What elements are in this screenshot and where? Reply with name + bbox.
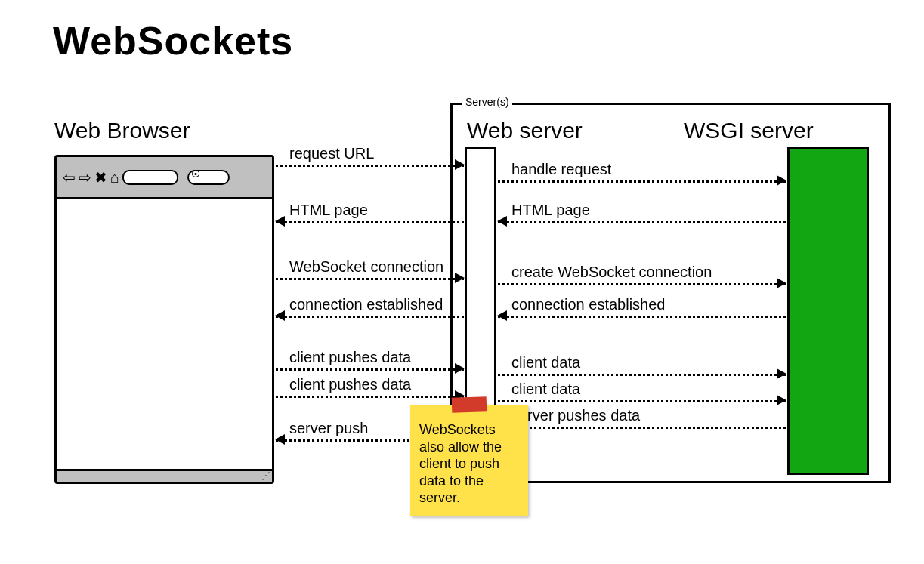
arrow-label: handle request <box>511 161 611 178</box>
home-icon: ⌂ <box>110 170 119 185</box>
search-bar <box>187 170 230 185</box>
arrow-line <box>276 278 464 280</box>
browser-heading: Web Browser <box>54 118 190 143</box>
stop-icon: ✖ <box>94 170 107 185</box>
sticky-note: WebSockets also allow the client to push… <box>410 405 528 516</box>
arrow-label: server pushes data <box>511 407 640 424</box>
arrowhead-right-icon <box>455 273 465 283</box>
arrow-label: WebSocket connection <box>289 258 443 276</box>
arrow-line <box>276 396 464 398</box>
arrowhead-right-icon <box>455 363 465 374</box>
url-bar <box>122 170 178 185</box>
forward-icon: ⇨ <box>79 170 91 185</box>
diagram-stage: WebSockets Web Browser ⇦ ⇨ ✖ ⌂ ⋰ Server(… <box>0 0 924 564</box>
arrowhead-left-icon <box>275 216 285 227</box>
wsgiserver-heading: WSGI server <box>684 118 814 143</box>
arrow-label: client data <box>511 354 580 371</box>
resize-grip-icon: ⋰ <box>261 470 269 481</box>
arrow-label: HTML page <box>511 202 590 219</box>
arrowhead-left-icon <box>497 310 507 321</box>
arrow-line <box>276 221 464 223</box>
wsgiserver-lifeline <box>787 147 869 475</box>
arrow-line <box>498 427 786 429</box>
arrowhead-left-icon <box>497 216 507 227</box>
arrowhead-right-icon <box>777 395 786 405</box>
browser-toolbar: ⇦ ⇨ ✖ ⌂ <box>57 157 272 199</box>
server-group-label: Server(s) <box>462 96 512 108</box>
arrowhead-right-icon <box>455 159 465 170</box>
arrowhead-right-icon <box>777 278 786 288</box>
arrow-label: client pushes data <box>289 349 411 366</box>
arrow-line <box>276 165 464 167</box>
arrow-line <box>498 316 786 318</box>
arrow-line <box>498 283 786 285</box>
arrow-label: connection established <box>511 296 665 313</box>
tape-icon <box>452 396 487 413</box>
arrow-line <box>498 400 786 402</box>
arrow-line <box>498 221 786 223</box>
arrowhead-right-icon <box>777 175 786 186</box>
arrowhead-left-icon <box>275 434 285 445</box>
browser-statusbar: ⋰ <box>57 469 272 482</box>
arrow-line <box>276 368 464 371</box>
arrow-label: HTML page <box>289 202 368 219</box>
arrow-label: request URL <box>289 145 374 162</box>
arrow-line <box>276 316 464 318</box>
arrowhead-right-icon <box>777 368 786 379</box>
arrow-label: client pushes data <box>289 376 411 393</box>
arrow-label: connection established <box>289 296 443 313</box>
arrow-line <box>498 180 786 183</box>
arrow-line <box>498 374 786 376</box>
back-icon: ⇦ <box>63 170 76 185</box>
browser-window: ⇦ ⇨ ✖ ⌂ ⋰ <box>54 155 274 484</box>
sticky-note-text: WebSockets also allow the client to push… <box>419 422 502 505</box>
webserver-heading: Web server <box>467 118 583 143</box>
arrow-label: client data <box>511 381 580 398</box>
page-title: WebSockets <box>53 18 293 63</box>
arrow-label: create WebSocket connection <box>511 264 712 281</box>
arrow-label: server push <box>289 420 369 437</box>
arrowhead-left-icon <box>275 310 285 321</box>
